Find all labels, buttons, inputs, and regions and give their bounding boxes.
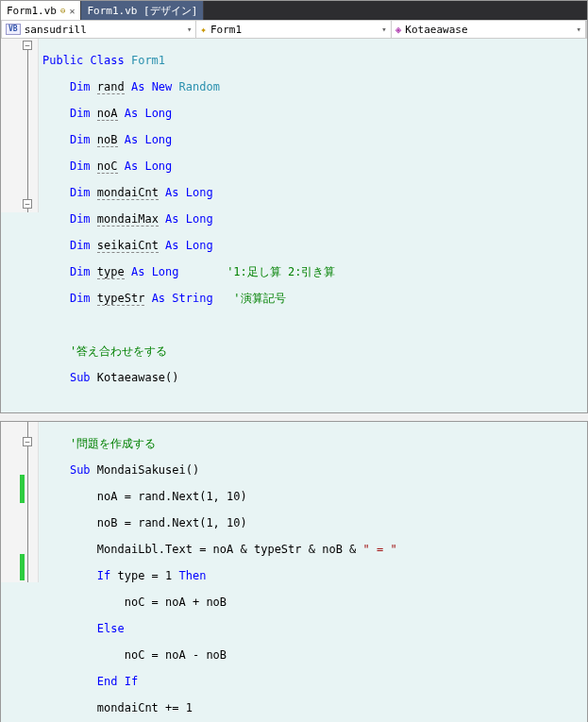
change-marker: [20, 554, 25, 580]
nav-method-text: Kotaeawase: [405, 24, 467, 36]
fold-toggle[interactable]: −: [23, 41, 32, 50]
gutter: −: [1, 422, 39, 582]
tab-form1-vb[interactable]: Form1.vb ⊖ ✕: [1, 1, 81, 20]
nav-method[interactable]: ◈ Kotaeawase ▾: [392, 21, 586, 38]
nav-class-text: Form1: [210, 24, 242, 36]
nav-class[interactable]: ✦ Form1 ▾: [196, 21, 391, 38]
chevron-down-icon: ▾: [187, 25, 192, 34]
tab-label: Form1.vb: [7, 5, 57, 17]
code-panel-1: Form1.vb ⊖ ✕ Form1.vb [デザイン] VB sansudri…: [0, 0, 588, 413]
vb-icon: VB: [6, 24, 21, 35]
change-marker: [20, 475, 25, 503]
code-area[interactable]: Public Class Form1 Dim rand As New Rando…: [39, 39, 587, 412]
tab-label: Form1.vb [デザイン]: [87, 4, 197, 18]
tab-strip: Form1.vb ⊖ ✕ Form1.vb [デザイン]: [1, 1, 587, 20]
gutter: − −: [1, 39, 39, 212]
method-icon: ◈: [395, 24, 402, 36]
chevron-down-icon: ▾: [381, 25, 386, 34]
fold-toggle[interactable]: −: [23, 437, 32, 446]
nav-project-text: sansudrill: [25, 24, 87, 36]
tab-form1-design[interactable]: Form1.vb [デザイン]: [81, 1, 204, 20]
nav-project[interactable]: VB sansudrill ▾: [2, 21, 196, 38]
code-panel-2: − '問題を作成する Sub MondaiSakusei() noA = ran…: [0, 421, 588, 722]
class-icon: ✦: [200, 24, 207, 36]
nav-bar: VB sansudrill ▾ ✦ Form1 ▾ ◈ Kotaeawase ▾: [1, 20, 587, 39]
fold-toggle[interactable]: −: [23, 199, 32, 209]
pin-icon[interactable]: ⊖: [60, 6, 65, 15]
chevron-down-icon: ▾: [577, 25, 581, 34]
close-icon[interactable]: ✕: [69, 6, 75, 16]
code-area[interactable]: '問題を作成する Sub MondaiSakusei() noA = rand.…: [39, 422, 587, 722]
